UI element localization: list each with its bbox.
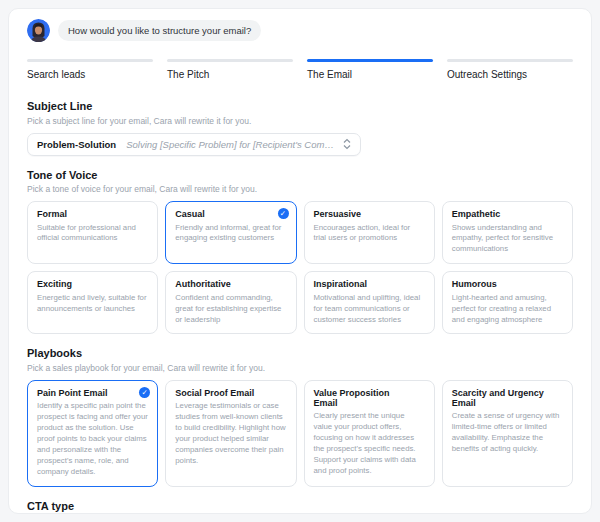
tab-label: Search leads (27, 69, 153, 80)
selected-check-icon: ✓ (139, 387, 150, 398)
playbooks-option-scarcity-and-urgency-email[interactable]: Scarcity and Urgency Email Create a sens… (442, 380, 573, 487)
section-title: Playbooks (27, 347, 573, 359)
option-card-description: Suitable for professional and official c… (37, 223, 148, 245)
section-title: Tone of Voice (27, 169, 573, 181)
chevron-up-down-icon (335, 138, 351, 150)
email-structure-panel: How would you like to structure your ema… (8, 8, 592, 514)
tone-of-voice-options: Formal Suitable for professional and off… (27, 201, 573, 334)
tab-indicator-bar (307, 59, 433, 62)
select-description: Solving [Specific Problem] for [Recipien… (126, 139, 335, 150)
section-subtitle: Pick a subject line for your email, Cara… (27, 116, 573, 126)
selected-check-icon: ✓ (278, 208, 289, 219)
option-card-title: Exciting (37, 279, 148, 289)
tone-of-voice-option-inspirational[interactable]: Inspirational Motivational and uplifting… (304, 271, 435, 334)
subject-line-section: Subject Line Pick a subject line for you… (27, 100, 573, 156)
tab-indicator-bar (447, 59, 573, 62)
option-card-title: Scarcity and Urgency Email (452, 388, 563, 408)
content: Subject Line Pick a subject line for you… (9, 87, 591, 514)
option-card-title: Pain Point Email (37, 388, 148, 398)
cta-type-section: CTA type Pick a subject line for your em… (27, 500, 573, 514)
option-card-description: Energetic and lively, suitable for annou… (37, 293, 148, 315)
select-value: Problem-Solution (37, 139, 116, 150)
chat-header: How would you like to structure your ema… (9, 9, 591, 51)
section-subtitle: Pick a tone of voice for your email, Car… (27, 184, 573, 194)
option-card-description: Create a sense of urgency with limited-t… (452, 411, 563, 455)
option-card-description: Identify a specific pain point the prosp… (37, 401, 148, 477)
subject-line-select[interactable]: Problem-Solution Solving [Specific Probl… (27, 133, 361, 156)
option-card-description: Light-hearted and amusing, perfect for c… (452, 293, 563, 326)
tone-of-voice-option-casual[interactable]: Casual Friendly and informal, great for … (165, 201, 296, 264)
section-title: CTA type (27, 500, 573, 512)
option-card-description: Clearly present the unique value your pr… (314, 411, 425, 476)
tab-label: Outreach Settings (447, 69, 573, 80)
tab-indicator-bar (27, 59, 153, 62)
option-card-title: Social Proof Email (175, 388, 286, 398)
option-card-title: Empathetic (452, 209, 563, 219)
tab-search-leads[interactable]: Search leads (27, 59, 153, 80)
tone-of-voice-option-authoritative[interactable]: Authoritative Confident and commanding, … (165, 271, 296, 334)
tab-indicator-bar (167, 59, 293, 62)
section-subtitle: Pick a sales playbook for your email, Ca… (27, 363, 573, 373)
tone-of-voice-option-humorous[interactable]: Humorous Light-hearted and amusing, perf… (442, 271, 573, 334)
option-card-description: Encourages action, ideal for trial users… (314, 223, 425, 245)
option-card-title: Authoritative (175, 279, 286, 289)
tab-the-pitch[interactable]: The Pitch (167, 59, 293, 80)
option-card-title: Formal (37, 209, 148, 219)
tab-label: The Email (307, 69, 433, 80)
tabs: Search leads The Pitch The Email Outreac… (9, 51, 591, 87)
assistant-chat-message: How would you like to structure your ema… (58, 20, 261, 41)
tab-outreach-settings[interactable]: Outreach Settings (447, 59, 573, 80)
playbooks-option-social-proof-email[interactable]: Social Proof Email Leverage testimonials… (165, 380, 296, 487)
option-card-description: Motivational and uplifting, ideal for te… (314, 293, 425, 326)
section-title: Subject Line (27, 100, 573, 112)
assistant-avatar (27, 19, 50, 42)
option-card-title: Casual (175, 209, 286, 219)
playbooks-option-pain-point-email[interactable]: Pain Point Email Identify a specific pai… (27, 380, 158, 487)
playbooks-option-value-proposition-email[interactable]: Value Proposition Email Clearly present … (304, 380, 435, 487)
tone-of-voice-section: Tone of Voice Pick a tone of voice for y… (27, 169, 573, 335)
tab-the-email[interactable]: The Email (307, 59, 433, 80)
tone-of-voice-option-formal[interactable]: Formal Suitable for professional and off… (27, 201, 158, 264)
tone-of-voice-option-empathetic[interactable]: Empathetic Shows understanding and empat… (442, 201, 573, 264)
tab-label: The Pitch (167, 69, 293, 80)
tone-of-voice-option-persuasive[interactable]: Persuasive Encourages action, ideal for … (304, 201, 435, 264)
option-card-description: Shows understanding and empathy, perfect… (452, 223, 563, 256)
option-card-description: Confident and commanding, great for esta… (175, 293, 286, 326)
playbooks-options: Pain Point Email Identify a specific pai… (27, 380, 573, 487)
option-card-title: Humorous (452, 279, 563, 289)
option-card-title: Value Proposition Email (314, 388, 425, 408)
tone-of-voice-option-exciting[interactable]: Exciting Energetic and lively, suitable … (27, 271, 158, 334)
option-card-description: Leverage testimonials or case studies fr… (175, 401, 286, 466)
playbooks-section: Playbooks Pick a sales playbook for your… (27, 347, 573, 486)
option-card-title: Inspirational (314, 279, 425, 289)
option-card-description: Friendly and informal, great for engagin… (175, 223, 286, 245)
option-card-title: Persuasive (314, 209, 425, 219)
